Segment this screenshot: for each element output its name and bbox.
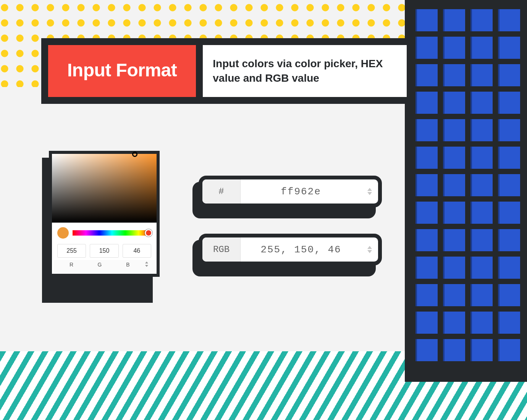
saturation-value-area[interactable] <box>52 154 157 223</box>
color-picker: 255 150 46 R G B <box>49 151 160 277</box>
hex-stepper[interactable] <box>361 179 378 204</box>
chevron-down-icon <box>367 250 372 254</box>
rgb-input[interactable]: RGB 255, 150, 46 <box>199 234 382 265</box>
rgb-value[interactable]: 255, 150, 46 <box>241 237 361 262</box>
chevron-up-icon <box>367 187 372 191</box>
hue-slider[interactable] <box>73 230 151 236</box>
chevron-up-icon <box>367 246 372 249</box>
saturation-value-handle[interactable] <box>132 152 137 157</box>
rgb-input-card: RGB 255, 150, 46 <box>199 234 382 265</box>
rgb-stepper[interactable] <box>361 237 378 262</box>
page-subtitle: Input colors via color picker, HEX value… <box>203 45 407 97</box>
hex-prefix: # <box>202 179 241 204</box>
b-input[interactable]: 46 <box>123 244 151 258</box>
hex-input-card: # ff962e <box>199 176 382 207</box>
hex-input[interactable]: # ff962e <box>199 176 382 207</box>
hue-handle[interactable] <box>145 229 152 237</box>
g-input[interactable]: 150 <box>90 244 118 258</box>
color-swatch <box>57 227 69 239</box>
rgb-labels: R G B <box>53 260 155 272</box>
page-title: Input Format <box>48 45 196 97</box>
header-bar: Input Format Input colors via color pick… <box>41 38 414 104</box>
b-label: B <box>114 262 142 268</box>
rgb-prefix: RGB <box>202 237 241 262</box>
chevron-down-icon <box>367 192 372 195</box>
format-stepper-icon[interactable] <box>142 262 151 268</box>
blue-square-grid <box>405 0 527 382</box>
r-input[interactable]: 255 <box>57 244 86 258</box>
hex-value[interactable]: ff962e <box>241 179 361 204</box>
teal-stripes <box>0 351 527 420</box>
color-picker-panel: 255 150 46 R G B <box>49 151 160 277</box>
r-label: R <box>57 262 86 268</box>
g-label: G <box>86 262 114 268</box>
